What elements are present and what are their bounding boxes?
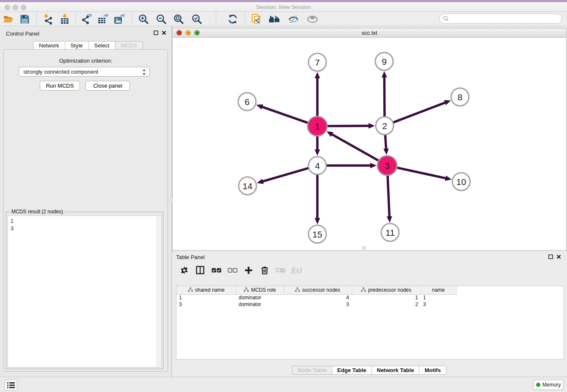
zoom-in-button[interactable] bbox=[138, 13, 149, 25]
network-graph[interactable]: 1234678910111415 bbox=[173, 38, 566, 250]
table-toolbar: f(x) bbox=[176, 261, 564, 279]
function-builder-button[interactable]: f(x) bbox=[289, 264, 305, 276]
column-header-predecessor-nodes[interactable]: predecessor nodes bbox=[352, 286, 421, 294]
mcds-result-title: MCDS result (2 nodes) bbox=[10, 209, 65, 215]
eye-slash-icon bbox=[288, 14, 299, 25]
cell-predecessor-nodes[interactable]: 2 bbox=[352, 301, 421, 308]
export-network-button[interactable] bbox=[81, 13, 93, 25]
import-network-button[interactable] bbox=[42, 13, 54, 25]
hide-selected-button[interactable] bbox=[287, 13, 299, 25]
result-scrollbar[interactable] bbox=[157, 216, 161, 367]
deselect-all-button[interactable] bbox=[224, 264, 240, 276]
tab-motifs[interactable]: Motifs bbox=[419, 366, 446, 375]
graph-edge-1-2[interactable] bbox=[328, 126, 369, 126]
close-panel-icon[interactable] bbox=[556, 254, 561, 259]
tab-network[interactable]: Network bbox=[33, 41, 65, 50]
graph-edge-2-8[interactable] bbox=[394, 102, 446, 122]
node-table[interactable]: shared name MCDS role successor nodes pr… bbox=[176, 286, 564, 359]
zoom-out-button[interactable] bbox=[155, 13, 167, 25]
show-column-panel-button[interactable] bbox=[192, 264, 208, 276]
export-table-button[interactable] bbox=[97, 13, 109, 25]
home-networks-button[interactable] bbox=[269, 13, 281, 25]
cell-name[interactable]: 3 bbox=[421, 301, 456, 308]
export-table-icon bbox=[97, 14, 108, 25]
mcds-result-textarea[interactable]: 1 3 bbox=[8, 215, 162, 367]
zoom-fit-button[interactable] bbox=[173, 13, 184, 25]
graph-edge-3-1[interactable] bbox=[331, 134, 378, 161]
graph-edge-arrowhead bbox=[369, 123, 375, 129]
main-toolbar bbox=[0, 12, 567, 26]
cell-shared-name[interactable]: 1 bbox=[176, 294, 236, 301]
table-panel: Table Panel f(x) bbox=[172, 252, 567, 376]
search-input[interactable] bbox=[449, 16, 555, 22]
float-panel-icon[interactable] bbox=[548, 254, 553, 259]
save-session-button[interactable] bbox=[19, 13, 30, 25]
column-header-mcds-role[interactable]: MCDS role bbox=[236, 286, 284, 294]
create-network-from-file-button[interactable] bbox=[250, 13, 262, 25]
cell-successor-nodes[interactable]: 3 bbox=[284, 301, 352, 308]
tab-edge-table[interactable]: Edge Table bbox=[332, 366, 372, 375]
graph-node-label: 10 bbox=[456, 177, 466, 187]
cell-mcds-role[interactable]: dominator bbox=[236, 301, 284, 308]
task-history-button[interactable] bbox=[4, 380, 17, 390]
close-panel-button[interactable]: Close panel bbox=[85, 81, 130, 91]
memory-label: Memory bbox=[542, 382, 561, 388]
graph-edge-2-3[interactable] bbox=[385, 135, 386, 149]
cell-successor-nodes[interactable]: 4 bbox=[284, 294, 352, 301]
apply-layout-button[interactable] bbox=[227, 13, 239, 25]
graph-node-label: 7 bbox=[315, 58, 320, 67]
tab-network-table[interactable]: Network Table bbox=[372, 366, 420, 375]
select-all-button[interactable] bbox=[208, 264, 224, 276]
export-image-button[interactable] bbox=[113, 13, 125, 25]
open-session-button[interactable] bbox=[3, 13, 14, 25]
float-panel-icon[interactable] bbox=[154, 30, 158, 35]
table-row[interactable]: 1 dominator 4 1 1 bbox=[176, 294, 456, 301]
network-canvas[interactable]: 1234678910111415 bbox=[173, 38, 566, 250]
table-row[interactable]: 3 dominator 3 2 3 bbox=[176, 301, 456, 308]
table-header-row: shared name MCDS role successor nodes pr… bbox=[176, 286, 456, 294]
import-table-button[interactable] bbox=[59, 13, 71, 25]
dropdown-stepper-icon bbox=[142, 69, 146, 78]
column-header-successor-nodes[interactable]: successor nodes bbox=[284, 286, 352, 294]
network-frame-titlebar[interactable]: scc.txt bbox=[173, 28, 566, 38]
graph-edge-arrowhead bbox=[315, 72, 320, 78]
cell-predecessor-nodes[interactable]: 1 bbox=[352, 294, 421, 301]
cell-mcds-role[interactable]: dominator bbox=[236, 294, 284, 301]
network-view-frame: scc.txt 1234678910111415 bbox=[172, 28, 567, 251]
graph-node-label: 6 bbox=[245, 97, 250, 107]
column-type-icon bbox=[244, 287, 249, 293]
graph-node-label: 4 bbox=[315, 161, 320, 171]
graph-edge-2-9[interactable] bbox=[384, 77, 385, 116]
memory-button[interactable]: Memory bbox=[533, 380, 564, 390]
graph-edge-arrowhead bbox=[315, 149, 320, 156]
trash-icon bbox=[261, 266, 268, 274]
control-panel-title: Control Panel bbox=[6, 30, 39, 37]
column-header-name[interactable]: name bbox=[421, 286, 456, 294]
column-header-shared-name[interactable]: shared name bbox=[176, 286, 236, 294]
graph-edge-4-14[interactable] bbox=[262, 168, 308, 182]
graph-node-label: 8 bbox=[457, 92, 462, 102]
cell-shared-name[interactable]: 3 bbox=[176, 301, 236, 308]
graph-edge-3-10[interactable] bbox=[397, 168, 446, 178]
gear-icon bbox=[180, 266, 188, 274]
add-row-button[interactable] bbox=[240, 264, 256, 276]
zoom-fit-icon bbox=[173, 14, 184, 25]
show-hidden-button[interactable] bbox=[306, 13, 318, 25]
graph-edge-1-6[interactable] bbox=[261, 107, 308, 123]
tab-select[interactable]: Select bbox=[88, 41, 116, 50]
search-field[interactable] bbox=[439, 14, 562, 24]
delete-table-button[interactable] bbox=[272, 264, 289, 276]
criterion-dropdown[interactable]: strongly connected component bbox=[19, 67, 150, 77]
run-mcds-button[interactable]: Run MCDS bbox=[40, 81, 80, 91]
table-settings-button[interactable] bbox=[176, 264, 192, 276]
tab-style[interactable]: Style bbox=[65, 41, 89, 50]
graph-edge-3-11[interactable] bbox=[388, 176, 389, 217]
window-title: Session: New Session bbox=[0, 4, 567, 10]
delete-row-button[interactable] bbox=[256, 264, 272, 276]
tab-node-table[interactable]: Node Table bbox=[292, 366, 332, 375]
cell-name[interactable]: 1 bbox=[421, 294, 456, 301]
close-panel-icon[interactable] bbox=[162, 30, 166, 35]
frame-resize-grip[interactable] bbox=[362, 246, 366, 249]
tab-mcds[interactable]: MCDS bbox=[115, 41, 143, 50]
zoom-selected-button[interactable] bbox=[191, 13, 203, 25]
